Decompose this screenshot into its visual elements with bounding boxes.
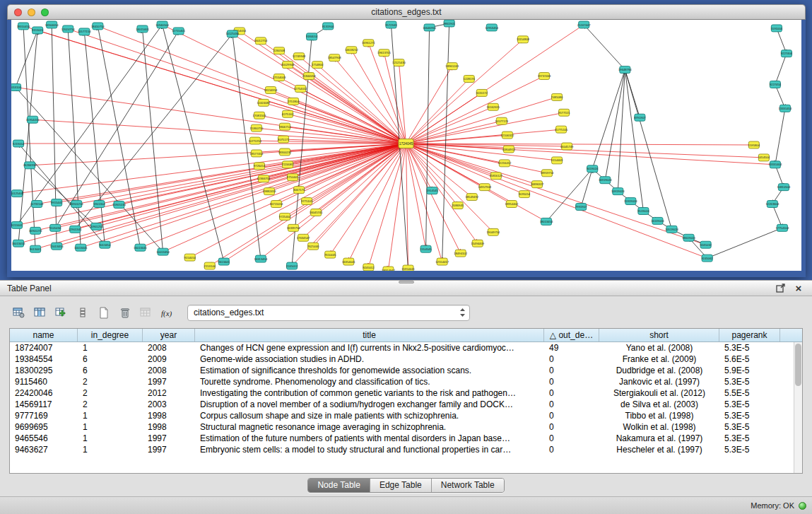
graph-node[interactable]: 16045749 [560,143,574,150]
graph-node[interactable]: 9227404 [781,50,793,57]
window-minimize-button[interactable] [28,8,35,16]
graph-node[interactable]: 10013441 [74,244,88,251]
graph-node[interactable]: 20029944 [281,62,295,69]
graph-node[interactable]: 18961243 [445,63,459,70]
graph-node[interactable]: 2086945 [452,202,464,209]
column-header-title[interactable]: title [195,329,544,341]
graph-node[interactable]: 16961271 [362,40,375,47]
graph-node[interactable]: 16012754 [254,37,268,45]
graph-node[interactable]: 5901304 [93,201,105,208]
graph-node[interactable]: 9105434 [49,224,61,231]
graph-node[interactable]: 2751804 [288,98,300,105]
graph-node[interactable]: 10770701 [249,137,262,144]
graph-node[interactable]: 12424087 [257,99,271,106]
graph-node[interactable]: 12715401 [172,28,185,35]
column-header-in_degree[interactable]: in_degree [78,329,143,341]
graph-node[interactable]: 18410754 [91,23,105,30]
graph-node[interactable]: 17754104 [776,224,789,231]
graph-node[interactable]: 1228170 [464,76,476,83]
row-options-icon[interactable] [73,303,92,322]
table-row[interactable]: 1456911722003Disruption of a novel membe… [10,399,802,410]
graph-node[interactable]: 15775105 [555,126,568,133]
graph-node[interactable]: 18547908 [328,54,341,62]
tab-node-table[interactable]: Node Table [308,479,370,492]
graph-node[interactable]: 13331454 [779,105,792,112]
graph-node[interactable]: 10940504 [155,21,169,28]
table-row[interactable]: 2242004622012Investigating the contribut… [10,387,802,399]
window-close-button[interactable] [14,8,22,16]
graph-node[interactable]: 7625440 [307,243,319,250]
graph-node[interactable]: 11804912 [502,146,516,153]
graph-node[interactable]: 12901341 [69,226,82,233]
graph-node[interactable]: 12554417 [435,258,449,265]
table-row[interactable]: 1872400712008Changes of HCN gene express… [10,342,802,354]
float-panel-icon[interactable] [774,283,787,294]
graph-node[interactable]: 9775105 [301,198,313,205]
graph-node[interactable]: 18314947 [382,267,395,271]
graph-node[interactable]: 3067170 [293,187,305,194]
graph-node[interactable]: 10013454 [156,248,170,255]
graph-node[interactable]: 1754800 [312,62,324,69]
graph-node[interactable]: 12216412 [498,160,512,167]
graph-node[interactable]: 10577154 [78,28,91,35]
graph-node[interactable]: 9419024 [587,165,599,173]
graph-node[interactable]: 9184014 [306,33,318,40]
graph-node[interactable]: 9013441 [30,245,42,252]
graph-node[interactable]: 18156954 [264,86,278,93]
graph-node[interactable]: 15816127 [489,173,502,180]
graph-node[interactable]: 2053100 [11,83,22,90]
delete-column-icon[interactable] [115,303,134,322]
graph-node[interactable]: 9245032 [700,241,712,248]
graph-node[interactable]: 17634547 [297,234,310,241]
graph-node[interactable]: 19049754 [486,228,500,235]
graph-node[interactable]: 12749948 [293,53,306,60]
graph-node[interactable]: 12125430 [392,59,406,66]
graph-node[interactable]: 7610445 [324,251,336,258]
graph-node[interactable]: 15360750 [250,124,264,132]
table-row[interactable]: 969969511998Structural magnetic resonanc… [10,421,802,433]
graph-node[interactable]: 20731544 [30,201,44,208]
graph-node[interactable]: 16045741 [310,209,323,216]
graph-node[interactable]: 16715054 [270,201,283,208]
graph-node[interactable]: 16013441 [134,244,147,251]
tab-network-table[interactable]: Network Table [432,479,504,492]
graph-node[interactable]: 19882453 [263,188,276,195]
graph-node[interactable]: 13331404 [769,161,782,168]
graph-node[interactable]: 1554545 [420,245,432,252]
graph-node[interactable]: 19613705 [377,49,391,57]
column-header-year[interactable]: year [143,329,195,341]
column-header-name[interactable]: name [10,329,78,341]
table-row[interactable]: 977716911998Corpus callosum shape and si… [10,410,802,421]
graph-node[interactable]: 10519024 [665,226,678,233]
graph-node[interactable]: 18577454 [250,150,264,157]
graph-node[interactable]: 16339754 [287,224,300,231]
graph-node[interactable]: 10810504 [777,184,791,191]
graph-node[interactable]: 9915441 [51,199,63,206]
graph-node[interactable]: 18013454 [540,218,553,225]
graph-node[interactable]: 16119024 [651,217,664,224]
graph-node[interactable]: 18494102 [454,250,467,257]
graph-node[interactable]: 16901274 [29,227,42,234]
graph-node[interactable]: 9219054 [13,140,25,147]
graph-node[interactable]: 7991907 [575,204,587,211]
graph-node[interactable]: 12106322 [501,132,514,139]
graph-node[interactable]: 26266950 [23,162,37,169]
function-builder-icon[interactable]: f(x) [158,303,177,322]
table-options-icon[interactable] [9,303,28,322]
graph-node[interactable]: 7224087 [282,161,294,168]
graph-node[interactable]: 18954402 [505,201,519,208]
graph-node[interactable]: 10901254 [90,223,103,230]
graph-node[interactable]: 18959754 [541,170,554,177]
graph-node[interactable]: 9725404 [279,213,291,220]
graph-node[interactable]: 19648794 [618,66,632,74]
graph-node[interactable]: 9577515 [558,109,570,116]
network-table-select[interactable]: citations_edges.txt [187,305,470,321]
edit-table-icon[interactable] [52,303,71,322]
graph-node[interactable]: 8131904 [322,23,334,30]
column-header-out_degree[interactable]: △ out_de… [544,329,599,341]
table-scrollbar[interactable] [794,342,802,473]
graph-node[interactable]: 10125434 [225,30,239,37]
graph-node[interactable]: 9227454 [770,81,782,88]
graph-node[interactable]: 12024754 [61,25,75,33]
graph-node[interactable]: 9155020 [32,27,44,34]
